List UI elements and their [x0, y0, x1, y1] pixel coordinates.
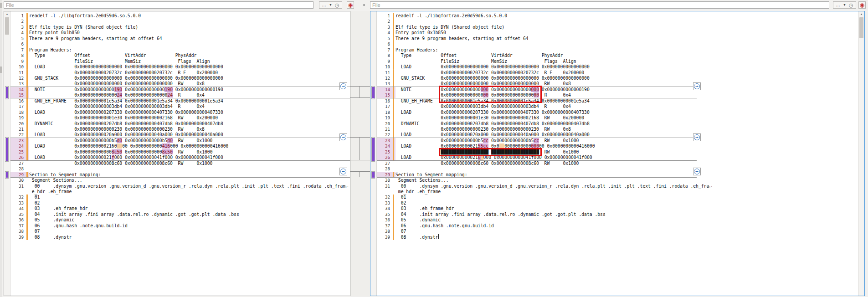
line-number: 35	[10, 212, 26, 217]
chevron-down-icon[interactable]: ▼	[843, 2, 846, 8]
line-number: 26	[10, 155, 26, 160]
change-bar-cell	[392, 223, 395, 229]
change-bar	[26, 98, 28, 104]
change-bar-cell	[26, 143, 29, 149]
gutter-connector-line	[360, 171, 360, 177]
code-text: Program Headers:	[29, 47, 349, 53]
line-number: 31	[376, 184, 392, 189]
file-path-input-right[interactable]	[370, 1, 829, 9]
line-number: 36	[376, 217, 392, 223]
copy-chunk-button[interactable]: →	[339, 82, 347, 90]
code-line: 26 LOAD 0x000000000021f000 0x00000000004…	[10, 155, 349, 160]
code-line: 1readelf -l ./libgfortran-2e0d59d6.so.5.…	[10, 13, 349, 19]
code-text: Elf file type is DYN (Shared object file…	[29, 25, 349, 30]
line-number: 1	[376, 13, 392, 19]
change-bar-cell	[26, 41, 29, 47]
more-icon[interactable]: …	[836, 2, 840, 8]
change-bar-cell	[26, 115, 29, 121]
history-icon[interactable]: ◷	[335, 2, 339, 8]
change-bar	[393, 110, 394, 115]
code-text: LOAD 0x000000000020a000 0x000000000040a0…	[29, 132, 349, 138]
history-icon[interactable]: ◷	[849, 2, 853, 8]
change-bar-cell	[26, 47, 29, 53]
code-line: 3Elf file type is DYN (Shared object fil…	[376, 25, 864, 30]
change-bar-cell	[392, 59, 395, 64]
scroll-up-icon[interactable]: ▲	[4, 12, 10, 16]
change-bar-cell	[392, 104, 395, 109]
change-bar	[393, 25, 394, 30]
code-text: 0x0000000000000230 0x0000000000000230 RW…	[29, 127, 349, 132]
change-bar-cell	[392, 143, 395, 149]
gutter-connector-line	[350, 137, 370, 138]
change-bar	[26, 47, 28, 53]
file-path-input-left[interactable]	[4, 1, 313, 9]
wrap-return-icon: ↵	[345, 184, 348, 189]
code-text: FileSiz MemSiz Flags Align	[395, 59, 864, 64]
line-number: 12	[10, 76, 26, 81]
code-line: 36 05 .dynamic	[376, 217, 864, 223]
code-line: 20 DYNAMIC 0x0000000000207db8 0x00000000…	[10, 121, 349, 127]
code-text: GNU_STACK 0x0000000000000000 0x000000000…	[29, 76, 349, 81]
line-number: 26	[376, 155, 392, 160]
window-left-edge	[0, 0, 2, 297]
diff-location-strip[interactable]: ▲	[4, 11, 10, 296]
change-bar-cell	[26, 76, 29, 81]
code-line: 34 03 .eh_frame_hdr	[376, 206, 864, 211]
line-number: 30	[10, 178, 26, 183]
code-text: 0x0000000000000000 0x0000000000000000 RW…	[29, 81, 349, 87]
diff-map-mark	[6, 172, 8, 178]
code-text: Type Offset VirtAddr PhysAddr	[395, 53, 864, 58]
change-bar-cell	[392, 206, 395, 211]
more-icon[interactable]: …	[322, 2, 326, 8]
code-line: 1readelf -l ./libgfortran-2e0d59d6.so.5.…	[376, 13, 864, 19]
copy-chunk-button[interactable]: →	[339, 133, 347, 141]
change-bar	[393, 155, 394, 160]
change-bar	[393, 30, 394, 36]
change-bar-cell	[392, 127, 395, 132]
line-number: 19	[10, 115, 26, 121]
code-line: 6	[10, 41, 349, 47]
change-bar	[26, 143, 28, 149]
change-bar-cell	[392, 30, 395, 36]
copy-chunk-button[interactable]: →	[693, 168, 701, 175]
change-bar-cell	[26, 53, 29, 58]
code-line: 12 GNU_STACK 0x0000000000000000 0x000000…	[10, 76, 349, 81]
line-number: 38	[376, 229, 392, 234]
line-number: 8	[10, 53, 26, 58]
copy-chunk-button[interactable]: →	[339, 168, 347, 175]
code-line: 19 0x0000000000001e30 0x0000000000002168…	[376, 115, 864, 121]
code-text	[395, 19, 864, 24]
scrollbar-thumb[interactable]	[859, 17, 863, 38]
code-text: 05 .dynamic	[29, 217, 349, 223]
record-button-right[interactable]: ◉	[858, 1, 866, 9]
vertical-scrollbar[interactable]: ▲	[858, 11, 864, 296]
line-number: 10	[10, 64, 26, 70]
copy-chunk-button[interactable]: →	[693, 82, 701, 90]
code-text: DYNAMIC 0x0000000000207db8 0x00000000004…	[29, 121, 349, 127]
plain-text: 0x0000000000000190	[539, 87, 590, 92]
scrollbar-thumb[interactable]	[5, 17, 9, 35]
scroll-up-icon[interactable]: ▲	[858, 12, 864, 16]
copy-chunk-button[interactable]: →	[693, 133, 701, 141]
change-bar	[26, 223, 28, 229]
diff-location-strip[interactable]	[370, 11, 377, 296]
code-line: 11 0x000000000020732c 0x000000000020732c…	[10, 70, 349, 76]
record-button-left[interactable]: ◉	[347, 1, 354, 9]
plain-text	[395, 149, 441, 154]
change-bar-cell	[392, 212, 395, 217]
chunk-separator-line	[377, 172, 697, 172]
change-bar	[26, 53, 28, 58]
line-number: 23	[376, 138, 392, 143]
change-bar-cell	[392, 25, 395, 30]
code-line: 5There are 9 program headers, starting a…	[376, 36, 864, 41]
code-text: 04 .init_array .fini_array .data.rel.ro …	[29, 212, 349, 217]
change-bar	[393, 92, 394, 98]
chevron-down-icon[interactable]: ▼	[329, 2, 332, 8]
code-line: 17 0x0000000000003db4 0x0000000000003db4…	[376, 104, 864, 109]
change-bar-cell	[392, 13, 395, 19]
left-editor-pane[interactable]: 1readelf -l ./libgfortran-2e0d59d6.so.5.…	[4, 11, 350, 296]
code-text: LOAD 0x0000000000207330 0x00000000004073…	[395, 110, 864, 115]
change-bar	[26, 25, 28, 30]
change-bar	[26, 87, 28, 92]
chunk-separator-line	[377, 138, 697, 138]
